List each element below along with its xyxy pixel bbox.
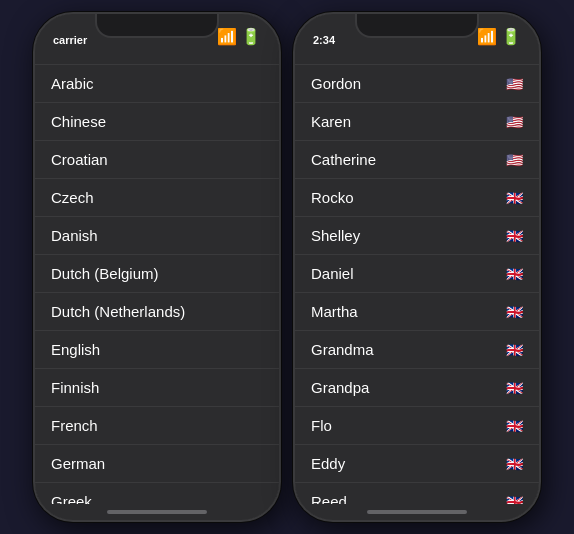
status-icons: 📶 🔋 (217, 27, 261, 46)
voice-flag: 🇺🇸 (506, 152, 523, 168)
language-list-item[interactable]: Finnish (35, 369, 279, 407)
voice-list-item[interactable]: Catherine🇺🇸 (295, 141, 539, 179)
phone-2-bottom (295, 504, 539, 520)
phone-1-status-bar: carrier 📶 🔋 (35, 14, 279, 50)
voice-flag: 🇬🇧 (506, 380, 523, 396)
language-list-item[interactable]: English (35, 331, 279, 369)
phone-1-bottom (35, 504, 279, 520)
voice-flag: 🇬🇧 (506, 418, 523, 434)
language-name: Dutch (Belgium) (51, 265, 159, 282)
battery-icon-2: 🔋 (501, 27, 521, 46)
language-list-item[interactable]: Danish (35, 217, 279, 255)
time-text: 2:34 (313, 34, 335, 46)
voice-list-item[interactable]: Grandpa🇬🇧 (295, 369, 539, 407)
home-indicator-2 (367, 510, 467, 514)
language-list-item[interactable]: Arabic (35, 65, 279, 103)
voice-name: Grandpa (311, 379, 369, 396)
phone-2-voice-list[interactable]: Gordon🇺🇸Karen🇺🇸Catherine🇺🇸Rocko🇬🇧Shelley… (295, 65, 539, 504)
voice-name: Reed (311, 493, 347, 504)
language-list-item[interactable]: French (35, 407, 279, 445)
language-name: Croatian (51, 151, 108, 168)
voice-list-item[interactable]: Shelley🇬🇧 (295, 217, 539, 255)
phone-2: 2:34 📶 🔋 Gordon🇺🇸Karen🇺🇸Catherine🇺🇸Rocko… (293, 12, 541, 522)
language-name: English (51, 341, 100, 358)
phone-1-language-list[interactable]: ArabicChineseCroatianCzechDanishDutch (B… (35, 65, 279, 504)
voice-flag: 🇬🇧 (506, 190, 523, 206)
phone-1: carrier 📶 🔋 ArabicChineseCroatianCzechDa… (33, 12, 281, 522)
language-list-item[interactable]: Croatian (35, 141, 279, 179)
voice-flag: 🇬🇧 (506, 228, 523, 244)
phone-1-section-header (35, 50, 279, 65)
language-list-item[interactable]: Dutch (Belgium) (35, 255, 279, 293)
voice-flag: 🇬🇧 (506, 304, 523, 320)
language-name: French (51, 417, 98, 434)
voice-list-item[interactable]: Flo🇬🇧 (295, 407, 539, 445)
language-name: Czech (51, 189, 94, 206)
voice-flag: 🇬🇧 (506, 342, 523, 358)
language-list-item[interactable]: Chinese (35, 103, 279, 141)
voice-list-item[interactable]: Grandma🇬🇧 (295, 331, 539, 369)
phone-1-screen: carrier 📶 🔋 ArabicChineseCroatianCzechDa… (35, 14, 279, 520)
language-name: Arabic (51, 75, 94, 92)
voice-flag: 🇬🇧 (506, 494, 523, 505)
voice-name: Rocko (311, 189, 354, 206)
voice-name: Daniel (311, 265, 354, 282)
voice-name: Shelley (311, 227, 360, 244)
language-name: Finnish (51, 379, 99, 396)
voice-list-item[interactable]: Eddy🇬🇧 (295, 445, 539, 483)
home-indicator-1 (107, 510, 207, 514)
voice-list-item[interactable]: Martha🇬🇧 (295, 293, 539, 331)
voice-name: Karen (311, 113, 351, 130)
phone-2-status-bar: 2:34 📶 🔋 (295, 14, 539, 50)
phone-2-screen: 2:34 📶 🔋 Gordon🇺🇸Karen🇺🇸Catherine🇺🇸Rocko… (295, 14, 539, 520)
carrier-text: carrier (53, 34, 87, 46)
voice-list-item[interactable]: Daniel🇬🇧 (295, 255, 539, 293)
language-name: Greek (51, 493, 92, 504)
language-list-item[interactable]: Dutch (Netherlands) (35, 293, 279, 331)
language-name: Dutch (Netherlands) (51, 303, 185, 320)
voice-name: Catherine (311, 151, 376, 168)
voice-name: Gordon (311, 75, 361, 92)
voice-name: Martha (311, 303, 358, 320)
battery-icon: 🔋 (241, 27, 261, 46)
voice-name: Grandma (311, 341, 374, 358)
language-name: Chinese (51, 113, 106, 130)
language-name: Danish (51, 227, 98, 244)
voice-name: Eddy (311, 455, 345, 472)
language-list-item[interactable]: German (35, 445, 279, 483)
language-list-item[interactable]: Czech (35, 179, 279, 217)
wifi-icon: 📶 (217, 27, 237, 46)
voice-list-item[interactable]: Reed🇬🇧 (295, 483, 539, 504)
phone-2-section-header (295, 50, 539, 65)
phones-container: carrier 📶 🔋 ArabicChineseCroatianCzechDa… (23, 2, 551, 532)
language-list-item[interactable]: Greek (35, 483, 279, 504)
wifi-icon-2: 📶 (477, 27, 497, 46)
voice-flag: 🇬🇧 (506, 456, 523, 472)
status-icons-2: 📶 🔋 (477, 27, 521, 46)
voice-flag: 🇬🇧 (506, 266, 523, 282)
voice-flag: 🇺🇸 (506, 76, 523, 92)
voice-list-item[interactable]: Karen🇺🇸 (295, 103, 539, 141)
language-name: German (51, 455, 105, 472)
voice-list-item[interactable]: Gordon🇺🇸 (295, 65, 539, 103)
voice-flag: 🇺🇸 (506, 114, 523, 130)
voice-name: Flo (311, 417, 332, 434)
voice-list-item[interactable]: Rocko🇬🇧 (295, 179, 539, 217)
